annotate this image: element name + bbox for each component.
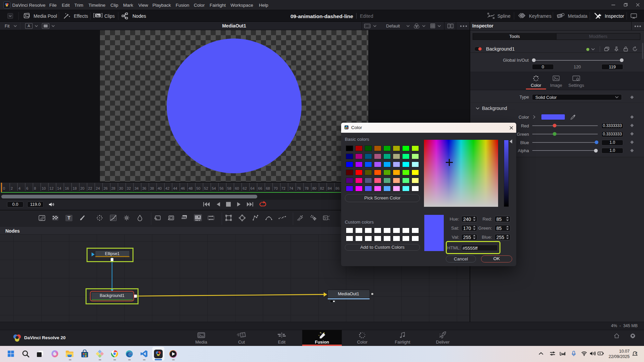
svg-text:16: 16: [65, 186, 69, 190]
svg-text:70: 70: [274, 186, 278, 190]
svg-text:84: 84: [328, 186, 332, 190]
svg-text:60: 60: [235, 186, 239, 190]
svg-text:48: 48: [189, 186, 193, 190]
svg-text:z: z: [636, 351, 637, 353]
svg-text:28: 28: [111, 186, 115, 190]
svg-text:14: 14: [57, 186, 61, 190]
svg-text:54: 54: [212, 186, 216, 190]
svg-text:66: 66: [258, 186, 262, 190]
svg-text:30: 30: [119, 186, 123, 190]
svg-text:36: 36: [142, 186, 146, 190]
svg-text:20: 20: [80, 186, 85, 190]
svg-text:58: 58: [227, 186, 231, 190]
svg-text:26: 26: [104, 186, 108, 190]
svg-text:22: 22: [88, 186, 92, 190]
svg-text:12: 12: [49, 186, 53, 190]
svg-text:56: 56: [219, 186, 223, 190]
svg-text:50: 50: [196, 186, 200, 190]
svg-text:32: 32: [127, 186, 131, 190]
svg-text:34: 34: [135, 186, 139, 190]
svg-text:2: 2: [11, 186, 13, 190]
svg-text:8: 8: [34, 186, 36, 190]
svg-text:80: 80: [312, 186, 316, 190]
svg-text:18: 18: [73, 186, 77, 190]
svg-text:6: 6: [26, 186, 28, 190]
svg-text:52: 52: [204, 186, 208, 190]
svg-text:72: 72: [281, 186, 285, 190]
svg-text:46: 46: [181, 186, 185, 190]
svg-text:86: 86: [335, 186, 339, 190]
svg-text:24: 24: [96, 186, 100, 190]
svg-text:42: 42: [165, 186, 169, 190]
svg-text:0: 0: [3, 186, 5, 190]
svg-text:76: 76: [297, 186, 301, 190]
svg-text:40: 40: [158, 186, 162, 190]
svg-text:4: 4: [18, 186, 20, 190]
svg-text:44: 44: [173, 186, 177, 190]
svg-text:68: 68: [266, 186, 270, 190]
svg-text:82: 82: [320, 186, 324, 190]
svg-text:74: 74: [289, 186, 293, 190]
svg-text:62: 62: [243, 186, 247, 190]
svg-text:64: 64: [251, 186, 255, 190]
svg-text:38: 38: [150, 186, 154, 190]
svg-text:78: 78: [305, 186, 309, 190]
svg-text:10: 10: [42, 186, 46, 190]
